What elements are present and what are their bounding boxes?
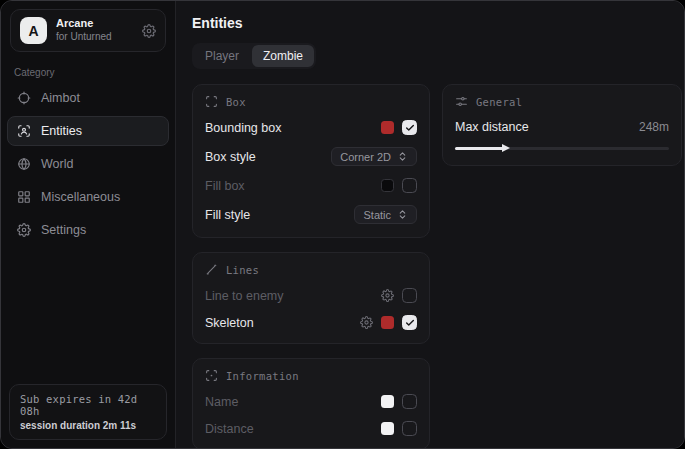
left-card-column: Box Bounding box Box style bbox=[192, 84, 430, 449]
slider-thumb[interactable] bbox=[502, 144, 510, 152]
session-duration-text: session duration 2m 11s bbox=[20, 420, 156, 431]
entity-scan-icon bbox=[17, 124, 31, 138]
skeleton-label: Skeleton bbox=[205, 316, 254, 330]
fill-box-color-swatch[interactable] bbox=[381, 179, 394, 192]
sidebar-nav: Aimbot Entities World Miscellaneous bbox=[1, 83, 175, 245]
lines-card-header: Lines bbox=[205, 263, 417, 276]
chevrons-up-down-icon bbox=[397, 151, 408, 162]
line-to-enemy-label: Line to enemy bbox=[205, 289, 284, 303]
box-style-label: Box style bbox=[205, 150, 256, 164]
name-row: Name bbox=[205, 394, 417, 409]
page-title: Entities bbox=[192, 15, 682, 31]
information-card: Information Name Distance bbox=[192, 358, 430, 449]
fill-box-label: Fill box bbox=[205, 179, 245, 193]
lines-card-title: Lines bbox=[226, 264, 259, 276]
sidebar-item-world[interactable]: World bbox=[7, 149, 169, 179]
max-distance-label: Max distance bbox=[455, 120, 529, 134]
sidebar-item-label: Miscellaneous bbox=[41, 190, 120, 204]
sidebar-item-label: Entities bbox=[41, 124, 82, 138]
bounding-box-color-swatch[interactable] bbox=[381, 121, 394, 134]
tab-player[interactable]: Player bbox=[194, 45, 250, 67]
brand-title: Arcane bbox=[56, 17, 112, 31]
max-distance-slider[interactable] bbox=[455, 144, 669, 152]
max-distance-value: 248m bbox=[639, 120, 669, 134]
sidebar-item-label: World bbox=[41, 157, 73, 171]
fill-box-row: Fill box bbox=[205, 178, 417, 193]
tab-bar: Player Zombie bbox=[192, 43, 316, 69]
information-card-title: Information bbox=[226, 370, 299, 382]
general-card: General Max distance 248m bbox=[442, 84, 682, 166]
fill-box-checkbox[interactable] bbox=[402, 178, 417, 193]
bounding-box-row: Bounding box bbox=[205, 120, 417, 135]
information-card-header: Information bbox=[205, 369, 417, 382]
distance-color-swatch[interactable] bbox=[381, 422, 394, 435]
brand-text: Arcane for Unturned bbox=[56, 17, 112, 43]
line-to-enemy-row: Line to enemy bbox=[205, 288, 417, 303]
box-card: Box Bounding box Box style bbox=[192, 84, 430, 238]
sidebar: A Arcane for Unturned Category Aimbot bbox=[1, 1, 176, 448]
fill-style-dropdown[interactable]: Static bbox=[354, 205, 417, 224]
chevrons-up-down-icon bbox=[397, 209, 408, 220]
box-style-value: Corner 2D bbox=[340, 151, 391, 163]
max-distance-row: Max distance 248m bbox=[455, 120, 669, 134]
general-card-title: General bbox=[476, 96, 522, 108]
box-style-row: Box style Corner 2D bbox=[205, 147, 417, 166]
box-style-dropdown[interactable]: Corner 2D bbox=[331, 147, 417, 166]
sidebar-item-miscellaneous[interactable]: Miscellaneous bbox=[7, 182, 169, 212]
scan-corners-icon bbox=[205, 95, 218, 108]
distance-label: Distance bbox=[205, 422, 254, 436]
distance-checkbox[interactable] bbox=[402, 421, 417, 436]
general-card-header: General bbox=[455, 95, 669, 108]
sidebar-item-label: Settings bbox=[41, 223, 86, 237]
sidebar-item-aimbot[interactable]: Aimbot bbox=[7, 83, 169, 113]
category-label: Category bbox=[14, 67, 162, 78]
skeleton-row: Skeleton bbox=[205, 315, 417, 330]
diagonal-line-icon bbox=[205, 263, 218, 276]
fill-style-row: Fill style Static bbox=[205, 205, 417, 224]
name-label: Name bbox=[205, 395, 238, 409]
gear-icon bbox=[17, 223, 31, 237]
crosshair-icon bbox=[17, 91, 31, 105]
slider-fill bbox=[455, 147, 504, 150]
app-window: A Arcane for Unturned Category Aimbot bbox=[0, 0, 685, 449]
distance-row: Distance bbox=[205, 421, 417, 436]
fill-style-label: Fill style bbox=[205, 208, 250, 222]
bounding-box-checkbox[interactable] bbox=[402, 120, 417, 135]
brand-subtitle: for Unturned bbox=[56, 31, 112, 44]
line-to-enemy-gear-icon[interactable] bbox=[381, 289, 394, 302]
skeleton-gear-icon[interactable] bbox=[360, 316, 373, 329]
name-checkbox[interactable] bbox=[402, 394, 417, 409]
bounding-box-label: Bounding box bbox=[205, 121, 281, 135]
brand-card: A Arcane for Unturned bbox=[10, 9, 166, 52]
box-card-title: Box bbox=[226, 96, 246, 108]
cards-area: Box Bounding box Box style bbox=[192, 84, 682, 449]
gear-icon[interactable] bbox=[142, 24, 156, 38]
sidebar-item-settings[interactable]: Settings bbox=[7, 215, 169, 245]
tab-zombie[interactable]: Zombie bbox=[252, 45, 314, 67]
main-content: Entities Player Zombie Box Bounding box bbox=[176, 1, 685, 448]
grid-icon bbox=[17, 190, 31, 204]
brand-avatar: A bbox=[20, 17, 47, 44]
scan-dot-icon bbox=[205, 369, 218, 382]
lines-card: Lines Line to enemy bbox=[192, 252, 430, 344]
right-card-column: General Max distance 248m bbox=[442, 84, 682, 166]
subscription-card: Sub expires in 42d 08h session duration … bbox=[9, 384, 167, 440]
box-card-header: Box bbox=[205, 95, 417, 108]
globe-icon bbox=[17, 157, 31, 171]
fill-style-value: Static bbox=[363, 209, 391, 221]
skeleton-checkbox[interactable] bbox=[402, 315, 417, 330]
sub-expires-text: Sub expires in 42d 08h bbox=[20, 393, 156, 417]
sidebar-item-label: Aimbot bbox=[41, 91, 80, 105]
name-color-swatch[interactable] bbox=[381, 395, 394, 408]
skeleton-color-swatch[interactable] bbox=[381, 316, 394, 329]
sidebar-item-entities[interactable]: Entities bbox=[7, 116, 169, 146]
line-to-enemy-checkbox[interactable] bbox=[402, 288, 417, 303]
sliders-icon bbox=[455, 95, 468, 108]
